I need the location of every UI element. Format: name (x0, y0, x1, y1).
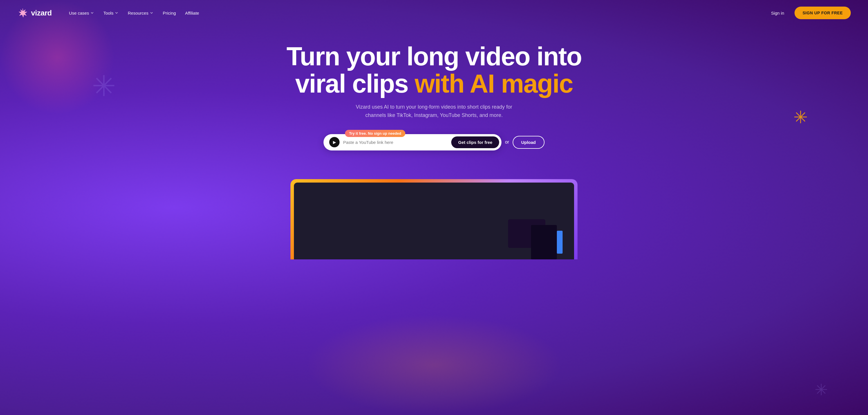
nav-item-resources[interactable]: Resources (124, 8, 157, 18)
upload-button[interactable]: Upload (513, 136, 545, 149)
page-wrapper: ✳ ✳ ✳ vizard Use cases Tools (0, 0, 868, 415)
nav-item-tools[interactable]: Tools (100, 8, 122, 18)
nav-item-use-cases[interactable]: Use cases (65, 8, 98, 18)
navbar: vizard Use cases Tools Resources (0, 0, 868, 26)
hero-title-highlight: with AI magic (415, 69, 573, 98)
nav-right: Sign in SIGN UP FOR FREE (768, 7, 851, 19)
logo-icon (17, 7, 28, 18)
deco-asterisk-bottom-right: ✳ (815, 382, 828, 398)
nav-item-affiliate[interactable]: Affiliate (182, 8, 203, 18)
signin-button[interactable]: Sign in (768, 8, 787, 18)
chevron-down-icon (150, 11, 154, 15)
preview-container (290, 179, 578, 260)
nav-menu: Use cases Tools Resources (65, 8, 203, 18)
blue-bar (557, 231, 563, 254)
or-divider: or (505, 140, 509, 145)
get-clips-button[interactable]: Get clips for free (451, 136, 499, 148)
hero-title: Turn your long video into viral clips wi… (11, 43, 857, 97)
chevron-down-icon (90, 11, 94, 15)
hero-section: Turn your long video into viral clips wi… (0, 26, 868, 162)
signup-button[interactable]: SIGN UP FOR FREE (795, 7, 851, 19)
youtube-icon-wrapper: ▶ (329, 137, 340, 147)
preview-section (0, 179, 868, 260)
nav-left: vizard Use cases Tools Resources (17, 7, 203, 18)
preview-inner (294, 182, 574, 260)
blob-bottom (305, 315, 563, 415)
input-section: Try it free. No sign up needed ▶ Get cli… (11, 130, 857, 150)
try-badge: Try it free. No sign up needed (345, 130, 405, 137)
nav-item-pricing[interactable]: Pricing (159, 8, 179, 18)
youtube-icon: ▶ (333, 140, 336, 144)
hero-subtitle: Vizard uses AI to turn your long-form vi… (353, 103, 515, 119)
dark-box-2 (531, 225, 557, 260)
youtube-link-input[interactable] (343, 140, 448, 145)
chevron-down-icon (115, 11, 119, 15)
logo[interactable]: vizard (17, 7, 52, 18)
logo-text: vizard (31, 9, 52, 18)
